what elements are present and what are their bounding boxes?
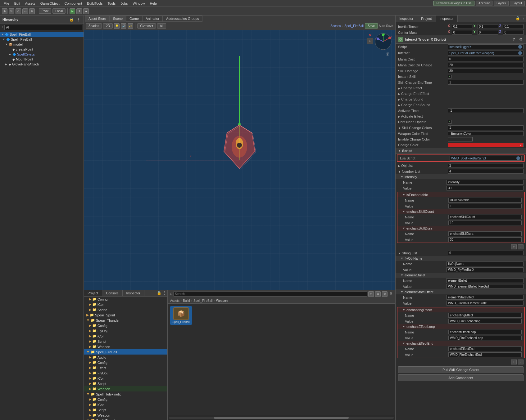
enchanteffectend-header[interactable]: ▼ enchantEffectEnd (397, 341, 524, 346)
file-item-flyobj1[interactable]: ▶ 📁 FlyObj (84, 328, 167, 333)
tab-project[interactable]: Project (417, 16, 436, 22)
file-item-icon2[interactable]: ▶ 📁 iCon (84, 333, 167, 339)
enchanteffectend-value-field[interactable] (448, 352, 522, 357)
elementstateeffect-name-field[interactable] (447, 295, 524, 300)
enchantskillDura-name-field[interactable] (448, 231, 522, 236)
pull-skill-btn[interactable]: Pull Skill Change Colors (398, 366, 524, 373)
file-item-script2[interactable]: ▶ 📁 Script (84, 381, 167, 386)
elementbullet-value-field[interactable] (447, 284, 524, 289)
scrollbar-thumb[interactable] (214, 417, 349, 419)
weapon-color-field-input[interactable] (448, 131, 524, 136)
tab-inspector-main[interactable]: Inspector (396, 16, 417, 22)
account-btn[interactable]: Account (476, 1, 492, 6)
elementstateeffect-header[interactable]: ▼ elementStateEffect (396, 289, 526, 294)
bottom-tab-project[interactable]: Project (84, 290, 102, 296)
hier-item-glovehandattach[interactable]: ▶ ◆ GloveHandAttach (0, 62, 84, 67)
script-section-header[interactable]: ▼ Script (396, 148, 526, 154)
component-settings-icon[interactable]: ⚙ (518, 37, 524, 42)
inspector-lock-icon[interactable]: 🔒 (515, 16, 520, 21)
file-item-config2[interactable]: ▶ 📁 Config (84, 360, 167, 365)
rotate-tool-icon[interactable]: ↻ (9, 8, 14, 14)
file-item-script1[interactable]: ▶ 📁 Script (84, 339, 167, 344)
hier-item-root[interactable]: ▼ 🔷 Spell_FireBall (0, 32, 84, 37)
transform-tool-icon[interactable]: ✥ (29, 8, 35, 14)
cm-y[interactable] (478, 30, 498, 35)
file-item-icon1[interactable]: ▶ 📁 iCon (84, 302, 167, 307)
enchantskillcount-value-field[interactable] (448, 221, 522, 225)
step-btn[interactable]: ⏭ (83, 8, 89, 14)
asset-view-icon1[interactable]: ⊡ (368, 291, 374, 297)
breadcrumb-assets[interactable]: Assets (170, 299, 179, 302)
elementbullet-name-field[interactable] (447, 278, 524, 283)
cm-x[interactable] (452, 30, 472, 35)
scene-canvas[interactable]: → X Y (84, 30, 395, 290)
flyobjname-name-field[interactable] (447, 261, 524, 266)
cm-z[interactable] (503, 30, 524, 35)
rect-tool-icon[interactable]: ▭ (22, 8, 28, 14)
gizmos-btn[interactable]: Gizmos ▾ (137, 23, 156, 29)
elementstateeffect-value-field[interactable] (447, 301, 524, 306)
file-item-effect[interactable]: ▶ 📁 Effect (84, 365, 167, 370)
file-item-conng[interactable]: ▶ 📁 Conng (84, 297, 167, 302)
hier-item-createpoint[interactable]: ◆ createPoint (0, 47, 84, 52)
hierarchy-add-btn[interactable]: + (1, 25, 3, 30)
intensity-header[interactable]: ▼ intensity (396, 174, 526, 179)
enchantskillcount-header[interactable]: ▼ enchantSkillCount (397, 209, 524, 214)
fx-icon[interactable]: ✨ (128, 23, 133, 29)
enchantskillcount-name-field[interactable] (448, 215, 522, 219)
string-list-plus-btn[interactable]: + (511, 360, 517, 364)
interact-ref[interactable]: Spell_FireBall (Interact Weapon) (448, 51, 524, 56)
scene-tab-addressables[interactable]: Addressables Groups (163, 16, 202, 22)
menu-jobs[interactable]: Jobs (118, 1, 130, 6)
menu-window[interactable]: Window (130, 1, 147, 6)
save-btn[interactable]: Save (365, 23, 378, 29)
script-ref[interactable]: InteractTriggerX (448, 44, 524, 49)
component-help-icon[interactable]: ? (511, 37, 517, 42)
shading-btn[interactable]: Shaded (86, 23, 102, 29)
asset-search-input[interactable] (173, 291, 367, 297)
bottom-tab-inspector[interactable]: Inspector (123, 290, 144, 296)
tab-inspector-active[interactable]: Inspector (436, 16, 458, 22)
mana-cost-field[interactable] (448, 57, 524, 61)
file-item-weapon2[interactable]: ▶ 📁 Weapon (84, 386, 167, 391)
skill-charge-end-time-field[interactable] (448, 80, 524, 85)
hier-item-model[interactable]: ▼ 📦 model (0, 42, 84, 47)
pause-btn[interactable]: ⏸ (76, 8, 82, 14)
intensity-name-field[interactable] (447, 180, 524, 185)
move-tool-icon[interactable]: ⊕ (2, 8, 7, 14)
instant-skill-checkbox[interactable] (448, 75, 451, 78)
file-item-icon4[interactable]: ▶ 📁 iCon (84, 402, 167, 407)
isenchantable-value-field[interactable] (448, 204, 522, 208)
scene-tab-scene[interactable]: Scene (110, 16, 126, 22)
isenchantable-header[interactable]: ▼ isEnchantable (397, 192, 524, 197)
enchantskillDura-header[interactable]: ▼ enchantSkillDura (397, 226, 524, 231)
inertia-x[interactable] (452, 24, 472, 29)
menu-assets[interactable]: Assets (23, 1, 38, 6)
file-item-spear-sprint[interactable]: ▶ 📁 Spear_Sprint (84, 312, 167, 318)
breadcrumb-weapon[interactable]: Weapon (216, 299, 228, 302)
string-list-count[interactable] (448, 251, 524, 255)
file-item-icon3[interactable]: ▶ 📁 iCon (84, 376, 167, 381)
activate-time-field[interactable] (448, 108, 524, 113)
scene-tab-game[interactable]: Game (126, 16, 142, 22)
light-icon[interactable]: 💡 (114, 23, 120, 29)
menu-gameobject[interactable]: GameObject (38, 1, 62, 6)
dont-need-update-checkbox[interactable] (448, 120, 451, 124)
layers-btn[interactable]: Layers (494, 1, 509, 6)
inertia-z[interactable] (503, 24, 524, 29)
enchanteffectloop-header[interactable]: ▼ enchantEffectLoop (397, 324, 524, 329)
play-btn[interactable]: ▶ (70, 8, 75, 14)
number-list-minus-btn[interactable]: - (518, 244, 524, 249)
enchantingeffect-name-field[interactable] (448, 313, 522, 318)
menu-component[interactable]: Component (62, 1, 84, 6)
obj-list-field[interactable] (448, 163, 524, 168)
file-item-weapon3[interactable]: ▶ 📁 Weapon (84, 413, 167, 418)
file-item-scene[interactable]: ▶ 📁 Scene (84, 307, 167, 312)
file-item-spell-telekinetic[interactable]: ▼ 📁 Spell_Telekinetic (84, 391, 167, 397)
bottom-left-menu-icon[interactable]: ⋮ (162, 290, 167, 296)
flyobjname-value-field[interactable] (447, 267, 524, 272)
menu-file[interactable]: File (1, 1, 12, 6)
asset-view-icon3[interactable]: ⚙ (382, 291, 388, 297)
bottom-left-lock-icon[interactable]: 🔒 (156, 290, 162, 296)
hierarchy-search-input[interactable] (4, 25, 82, 30)
